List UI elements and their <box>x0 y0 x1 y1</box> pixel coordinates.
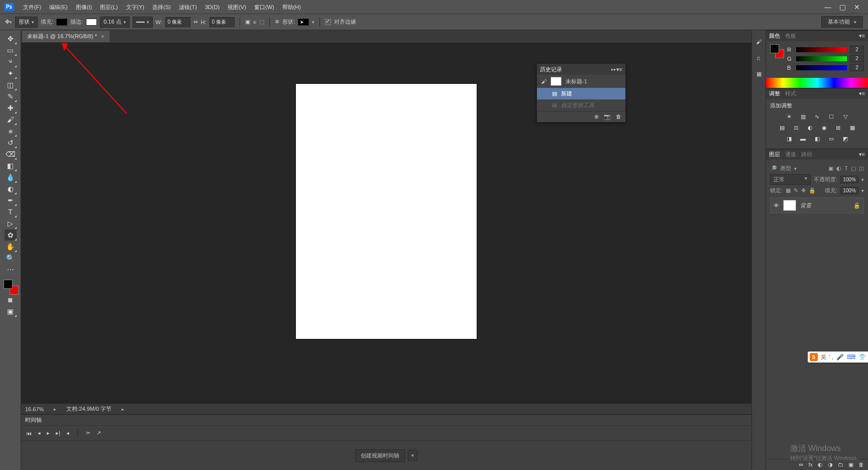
minimize-icon[interactable]: — <box>824 3 831 11</box>
dock-swatches-icon[interactable]: ▦ <box>754 69 764 78</box>
stroke-swatch[interactable] <box>86 19 97 26</box>
brush-tool[interactable]: 🖌 <box>5 114 17 125</box>
photo-filter-icon[interactable]: ◉ <box>820 124 829 132</box>
g-slider[interactable] <box>796 56 847 61</box>
type-tool[interactable]: T <box>5 206 17 217</box>
color-tab[interactable]: 颜色 <box>769 32 780 40</box>
tab-close-icon[interactable]: × <box>101 33 104 40</box>
filter-adjust-icon[interactable]: ◐ <box>836 165 841 172</box>
height-input[interactable] <box>209 17 235 27</box>
width-input[interactable] <box>165 17 190 27</box>
snapshot-camera-icon[interactable]: 📷 <box>604 113 611 120</box>
filter-kind-icon[interactable]: 🔎 <box>770 165 777 172</box>
ime-lang[interactable]: 英 <box>821 354 826 361</box>
ime-bar[interactable]: S 英 ' , 🎤 ⌨ 👕 <box>808 351 868 363</box>
menu-file[interactable]: 文件(F) <box>19 0 45 14</box>
blur-tool[interactable]: 💧 <box>5 172 17 183</box>
panel-options-icon[interactable]: ▾≡ <box>859 33 865 39</box>
cut-icon[interactable]: ✂ <box>86 430 90 436</box>
delete-layer-icon[interactable]: 🗑 <box>858 461 864 468</box>
next-frame-icon[interactable]: ▸| <box>56 430 60 436</box>
gradient-tool[interactable]: ◧ <box>5 160 17 171</box>
layers-tab[interactable]: 图层 <box>769 151 780 158</box>
dodge-tool[interactable]: ◐ <box>5 183 17 194</box>
channels-tab[interactable]: 通道 <box>785 151 796 158</box>
pen-tool[interactable]: ✒ <box>5 195 17 206</box>
history-brush-tool[interactable]: ↺ <box>5 137 17 148</box>
panel-options-icon[interactable]: ▾≡ <box>616 66 622 73</box>
screen-mode-tool[interactable]: ▣ <box>5 306 17 317</box>
mask-icon[interactable]: ◐ <box>818 461 823 468</box>
r-slider[interactable] <box>796 47 847 52</box>
dock-brush-icon[interactable]: 🖌 <box>754 37 764 46</box>
color-lookup-icon[interactable]: ▦ <box>848 124 857 132</box>
color-panel-chips[interactable] <box>770 44 783 57</box>
layers-panel-header[interactable]: 图层 通道 路径 ▾≡ <box>766 149 868 160</box>
filter-pixel-icon[interactable]: ▣ <box>828 165 833 172</box>
shape-preset-swatch[interactable]: ➤ <box>298 19 309 26</box>
g-value[interactable]: 2 <box>850 55 864 62</box>
menu-3d[interactable]: 3D(D) <box>201 0 224 14</box>
curves-icon[interactable]: ∿ <box>813 112 822 121</box>
vibrance-icon[interactable]: ▽ <box>841 112 850 121</box>
info-caret-icon[interactable]: ▸ <box>122 407 124 412</box>
history-item[interactable]: ▤ 新建 <box>537 88 625 99</box>
lock-pixel-icon[interactable]: ✎ <box>794 187 798 194</box>
hue-icon[interactable]: ▤ <box>778 124 787 132</box>
color-spectrum[interactable] <box>766 78 868 88</box>
b-value[interactable]: 2 <box>850 64 864 71</box>
adjust-layer-icon[interactable]: ◑ <box>828 461 833 468</box>
styles-tab[interactable]: 样式 <box>785 90 796 97</box>
maximize-icon[interactable]: ▢ <box>839 3 846 11</box>
heal-tool[interactable]: ✚ <box>5 102 17 113</box>
group-icon[interactable]: 🗀 <box>838 461 843 468</box>
panel-menu-icon[interactable]: ▸▸ <box>611 67 616 72</box>
stroke-size-select[interactable]: 0.16 点▾ <box>100 17 129 28</box>
posterize-icon[interactable]: ▬ <box>799 135 808 143</box>
ime-logo-icon[interactable]: S <box>810 353 818 361</box>
crop-tool[interactable]: ◫ <box>5 79 17 90</box>
stamp-tool[interactable]: ⎈ <box>5 126 17 137</box>
menu-window[interactable]: 窗口(W) <box>250 0 278 14</box>
b-slider[interactable] <box>796 65 847 70</box>
zoom-caret-icon[interactable]: ▸ <box>54 407 56 412</box>
shape-tool[interactable]: ✿ <box>5 229 17 241</box>
transition-icon[interactable]: ↗ <box>96 430 101 436</box>
marquee-tool[interactable]: ▭ <box>5 45 17 56</box>
zoom-level[interactable]: 16.67% <box>25 406 44 412</box>
menu-help[interactable]: 帮助(H) <box>278 0 305 14</box>
link-layers-icon[interactable]: ⇔ <box>799 461 803 468</box>
filter-type-icon[interactable]: T <box>844 165 848 172</box>
levels-icon[interactable]: ▥ <box>799 112 808 121</box>
menu-filter[interactable]: 滤镜(T) <box>175 0 201 14</box>
filter-smart-icon[interactable]: ◫ <box>859 165 864 172</box>
balance-icon[interactable]: ⚖ <box>792 124 801 132</box>
new-layer-icon[interactable]: ▣ <box>848 461 853 468</box>
play-icon[interactable]: ▸ <box>47 430 50 436</box>
delete-icon[interactable]: 🗑 <box>616 113 621 120</box>
filter-shape-icon[interactable]: ▢ <box>851 165 856 172</box>
path-select-tool[interactable]: ▷ <box>5 218 17 229</box>
first-frame-icon[interactable]: ⏮ <box>26 430 32 436</box>
gradient-map-icon[interactable]: ▭ <box>827 135 836 143</box>
menu-edit[interactable]: 编辑(E) <box>45 0 72 14</box>
lasso-tool[interactable]: ༄ <box>5 56 17 67</box>
shape-mode-select[interactable]: 形状▾ <box>15 17 38 28</box>
link-icon[interactable]: ⇔ <box>193 19 198 25</box>
layer-name[interactable]: 背景 <box>800 202 811 209</box>
prev-frame-icon[interactable]: ◂ <box>38 430 41 436</box>
fx-icon[interactable]: fx <box>808 461 813 468</box>
fill-swatch[interactable] <box>56 19 67 26</box>
fg-color-chip[interactable] <box>4 280 13 289</box>
wand-tool[interactable]: ✦ <box>5 68 17 79</box>
ime-skin-icon[interactable]: 👕 <box>858 354 866 361</box>
tool-preset-icon[interactable]: ✥▾ <box>5 19 12 25</box>
exposure-icon[interactable]: ☐ <box>827 112 836 121</box>
panel-options-icon[interactable]: ▾≡ <box>859 151 865 158</box>
swatches-tab[interactable]: 色板 <box>785 32 796 40</box>
selective-color-icon[interactable]: ◩ <box>841 135 850 143</box>
loop-icon[interactable]: ◂ <box>66 430 69 436</box>
history-header[interactable]: 历史记录 ▸▸ ▾≡ <box>537 64 625 75</box>
arrange-icon[interactable]: ⬚ <box>259 19 264 25</box>
eyedropper-tool[interactable]: ✎ <box>5 91 17 102</box>
